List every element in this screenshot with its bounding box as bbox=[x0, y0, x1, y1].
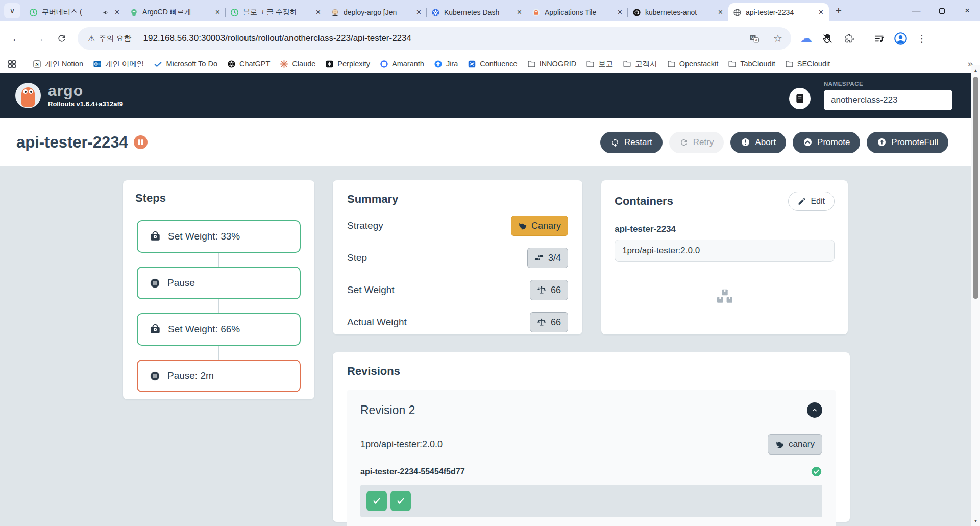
revision-image: 1pro/api-tester:2.0.0 bbox=[360, 439, 443, 450]
step-pause[interactable]: Pause bbox=[137, 267, 301, 299]
promote-full-button[interactable]: PromoteFull bbox=[867, 132, 948, 153]
translate-icon[interactable]: GA bbox=[745, 29, 764, 47]
set-weight-value: 66 bbox=[551, 285, 561, 296]
tab-kubernetes[interactable]: 쿠버네티스 ( × bbox=[24, 3, 125, 21]
logo-text-block: argo Rollouts v1.6.4+a312af9 bbox=[48, 83, 123, 108]
forward-button[interactable]: → bbox=[30, 29, 49, 48]
tab-close-icon[interactable]: × bbox=[516, 8, 523, 17]
chevron-up-icon bbox=[811, 406, 819, 414]
browser-menu-icon[interactable]: ⋮ bbox=[913, 30, 930, 47]
bookmark-label: SECloudit bbox=[797, 60, 830, 68]
bookmark-folder-openstackit[interactable]: Openstackit bbox=[667, 60, 719, 68]
bookmark-perplexity[interactable]: Perplexity bbox=[325, 60, 370, 68]
bookmark-amaranth[interactable]: Amaranth bbox=[380, 60, 424, 68]
back-button[interactable]: ← bbox=[7, 29, 27, 48]
edit-containers-button[interactable]: Edit bbox=[788, 192, 835, 211]
bookmark-label: ChatGPT bbox=[239, 60, 270, 68]
summary-title: Summary bbox=[347, 193, 568, 206]
tab-close-icon[interactable]: × bbox=[717, 8, 724, 17]
bookmark-jira[interactable]: Jira bbox=[434, 60, 458, 68]
summary-card: Summary Strategy Canary Step 3/4 Set Wei… bbox=[333, 180, 582, 334]
bookmark-confluence[interactable]: Confluence bbox=[468, 60, 517, 68]
abort-button[interactable]: Abort bbox=[730, 132, 786, 153]
rollout-actions: Restart Retry Abort Promote PromoteFull bbox=[600, 132, 964, 153]
restart-button[interactable]: Restart bbox=[600, 132, 663, 153]
namespace-input[interactable] bbox=[824, 90, 952, 110]
tab-title: ArgoCD 빠르게 bbox=[142, 8, 210, 17]
reload-button[interactable] bbox=[52, 29, 71, 48]
tab-close-icon[interactable]: × bbox=[315, 8, 322, 17]
tab-close-icon[interactable]: × bbox=[818, 8, 824, 17]
url-text[interactable]: 192.168.56.30:30003/rollouts/rollout/ano… bbox=[143, 33, 740, 43]
retry-button[interactable]: Retry bbox=[669, 132, 724, 153]
folder-icon bbox=[623, 60, 631, 68]
pod-status-healthy[interactable] bbox=[366, 491, 387, 511]
speaker-icon[interactable] bbox=[102, 9, 110, 16]
reload-icon bbox=[57, 33, 67, 43]
pod-status-healthy[interactable] bbox=[390, 491, 411, 511]
tab-close-icon[interactable]: × bbox=[617, 8, 623, 17]
scrollbar-down-icon[interactable]: ▼ bbox=[971, 517, 980, 525]
revision-collapse-button[interactable] bbox=[807, 402, 822, 418]
tab-api-tester-active[interactable]: api-tester-2234 × bbox=[728, 3, 829, 21]
docs-button[interactable] bbox=[789, 88, 811, 109]
bookmark-folder-secloudit[interactable]: SECloudit bbox=[785, 60, 830, 68]
bookmark-email[interactable]: 개인 이메일 bbox=[93, 59, 144, 69]
pause-circle-icon bbox=[150, 371, 160, 381]
summary-label: Step bbox=[347, 252, 367, 264]
tab-argo-applications[interactable]: Applications Tile × bbox=[527, 3, 628, 21]
bookmark-label: Confluence bbox=[480, 60, 517, 68]
step-pause-2m[interactable]: Pause: 2m bbox=[137, 360, 301, 392]
bookmark-chatgpt[interactable]: ChatGPT bbox=[227, 60, 270, 68]
tab-blog[interactable]: 블로그 글 수정하 × bbox=[226, 3, 326, 21]
bookmark-folder-innogrid[interactable]: INNOGRID bbox=[527, 60, 577, 68]
bookmark-notion[interactable]: N 개인 Notion bbox=[33, 59, 83, 69]
bookmark-folder-customers[interactable]: 고객사 bbox=[623, 59, 657, 69]
bookmark-ms-todo[interactable]: Microsoft To Do bbox=[154, 60, 217, 68]
bookmark-folder-tabcloudit[interactable]: TabCloudit bbox=[728, 60, 775, 68]
tab-github[interactable]: kubernetes-anot × bbox=[628, 3, 728, 21]
new-tab-button[interactable]: + bbox=[831, 3, 846, 18]
address-bar[interactable]: ⚠ 주의 요함 192.168.56.30:30003/rollouts/rol… bbox=[78, 27, 791, 50]
apps-grid-icon[interactable] bbox=[7, 59, 17, 69]
window-minimize-button[interactable]: — bbox=[903, 0, 929, 21]
tab-close-icon[interactable]: × bbox=[114, 8, 120, 17]
dove-icon bbox=[775, 440, 784, 449]
bookmark-star-icon[interactable]: ☆ bbox=[769, 29, 787, 47]
profile-avatar[interactable] bbox=[892, 30, 909, 47]
media-controls-icon[interactable] bbox=[870, 30, 888, 47]
window-close-button[interactable]: × bbox=[954, 0, 980, 21]
tab-kubernetes-dashboard[interactable]: Kubernetes Dash × bbox=[427, 3, 527, 21]
promote-button[interactable]: Promote bbox=[793, 132, 860, 153]
bookmark-claude[interactable]: Claude bbox=[280, 60, 315, 68]
namespace-label: NAMESPACE bbox=[824, 81, 952, 87]
scrollbar-thumb[interactable] bbox=[973, 77, 978, 299]
check-icon bbox=[372, 496, 382, 506]
container-image-field[interactable]: 1pro/api-tester:2.0.0 bbox=[615, 240, 835, 262]
scrollbar-up-icon[interactable]: ▲ bbox=[971, 66, 980, 75]
bookmark-folder-bogo[interactable]: 보고 bbox=[586, 59, 613, 69]
set-weight-badge: 66 bbox=[530, 280, 568, 300]
step-set-weight-66[interactable]: Set Weight: 66% bbox=[137, 313, 301, 346]
canary-tag-label: canary bbox=[789, 439, 815, 449]
tab-jenkins[interactable]: deploy-argo [Jen × bbox=[326, 3, 427, 21]
tab-argocd[interactable]: ArgoCD 빠르게 × bbox=[125, 3, 226, 21]
bookmark-label: 개인 Notion bbox=[45, 59, 83, 69]
argo-logo-icon[interactable] bbox=[15, 83, 41, 108]
step-label: Set Weight: 66% bbox=[168, 324, 240, 335]
step-set-weight-33[interactable]: Set Weight: 33% bbox=[137, 220, 301, 253]
hand-extension-icon[interactable] bbox=[819, 30, 836, 47]
tab-search-button[interactable]: ∨ bbox=[4, 3, 20, 18]
container-name: api-tester-2234 bbox=[615, 224, 835, 234]
extensions-puzzle-icon[interactable] bbox=[840, 30, 857, 47]
site-security-chip[interactable]: ⚠ 주의 요함 bbox=[86, 31, 138, 46]
boxes-stacked-icon bbox=[716, 288, 734, 306]
pause-status-icon bbox=[134, 135, 148, 149]
page-scrollbar[interactable]: ▲ ▼ bbox=[971, 65, 980, 526]
argo-rollouts-page: argo Rollouts v1.6.4+a312af9 NAMESPACE a… bbox=[0, 73, 980, 526]
tab-close-icon[interactable]: × bbox=[214, 8, 221, 17]
summary-row-strategy: Strategy Canary bbox=[347, 216, 568, 236]
window-maximize-button[interactable] bbox=[929, 0, 954, 21]
cloud-sync-icon[interactable]: ☁ bbox=[797, 30, 815, 47]
tab-close-icon[interactable]: × bbox=[415, 8, 422, 17]
